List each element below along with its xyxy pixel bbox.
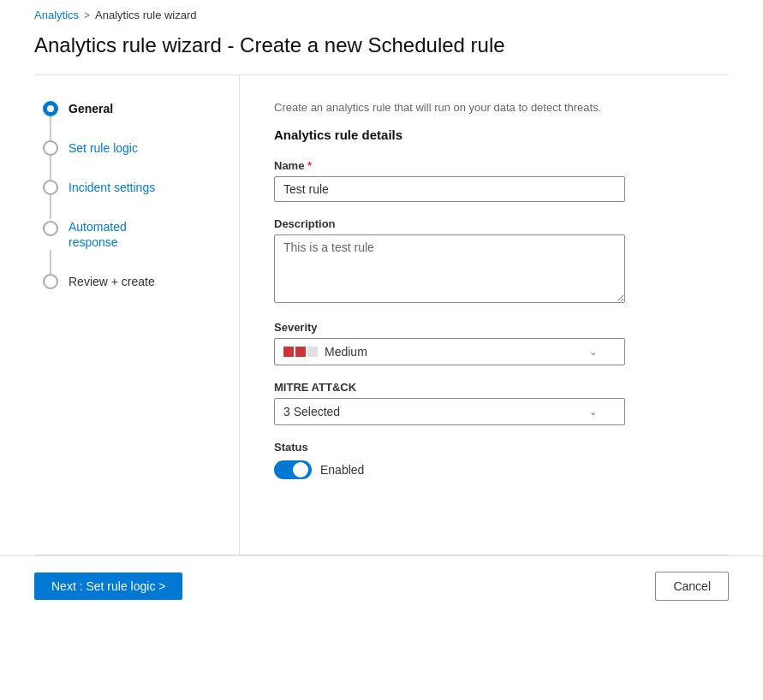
severity-block-2: [295, 347, 306, 357]
status-field-group: Status Enabled: [274, 441, 703, 479]
name-label: Name *: [274, 159, 703, 172]
severity-label: Severity: [274, 321, 703, 334]
page-title: Analytics rule wizard - Create a new Sch…: [0, 27, 763, 74]
step-incident-settings: Incident settings: [43, 180, 222, 219]
description-label: Description: [274, 217, 703, 230]
severity-chevron-icon: ⌄: [589, 347, 597, 358]
mitre-value: 3 Selected: [283, 405, 340, 418]
step-general-circle: [43, 101, 58, 116]
severity-dropdown-wrapper: Medium ⌄: [274, 338, 625, 365]
severity-block-3: [307, 347, 318, 357]
step-line-3: [50, 195, 51, 219]
mitre-label: MITRE ATT&CK: [274, 381, 703, 394]
breadcrumb: Analytics > Analytics rule wizard: [0, 0, 763, 27]
description-input[interactable]: This is a test rule: [274, 234, 625, 303]
step-automated-response: Automatedresponse: [43, 219, 222, 274]
step-review-create: Review + create: [43, 274, 222, 289]
breadcrumb-separator: >: [84, 9, 90, 21]
step-review-create-label: Review + create: [69, 275, 155, 289]
step-automated-response-circle: [43, 221, 58, 236]
steps-panel: General Set rule logic Incident settings: [34, 75, 240, 555]
action-bar: Next : Set rule logic > Cancel: [0, 555, 763, 616]
step-incident-settings-label[interactable]: Incident settings: [69, 181, 155, 195]
mitre-dropdown[interactable]: 3 Selected ⌄: [274, 398, 625, 425]
wizard-container: General Set rule logic Incident settings: [34, 75, 729, 555]
step-general-label: General: [69, 102, 113, 116]
status-toggle-container: Enabled: [274, 460, 703, 479]
step-set-rule-logic-circle: [43, 140, 58, 156]
step-line-2: [50, 156, 51, 180]
status-toggle[interactable]: [274, 460, 312, 479]
breadcrumb-current: Analytics rule wizard: [95, 9, 197, 21]
step-general: General: [43, 101, 222, 140]
step-line-4: [50, 250, 51, 274]
step-set-rule-logic: Set rule logic: [43, 140, 222, 180]
severity-field-group: Severity Medium ⌄: [274, 321, 703, 365]
intro-text: Create an analytics rule that will run o…: [274, 101, 703, 114]
name-field-group: Name *: [274, 159, 703, 202]
next-button[interactable]: Next : Set rule logic >: [34, 572, 182, 600]
mitre-dropdown-wrapper: 3 Selected ⌄: [274, 398, 625, 425]
name-input[interactable]: [274, 176, 625, 202]
severity-value: Medium: [325, 345, 367, 359]
mitre-field-group: MITRE ATT&CK 3 Selected ⌄: [274, 381, 703, 425]
mitre-chevron-icon: ⌄: [589, 406, 597, 418]
step-incident-settings-circle: [43, 180, 58, 195]
content-panel: Create an analytics rule that will run o…: [240, 75, 729, 555]
step-review-create-circle: [43, 274, 58, 289]
step-line-1: [50, 116, 51, 140]
toggle-slider: [274, 460, 312, 479]
step-set-rule-logic-label[interactable]: Set rule logic: [69, 141, 138, 156]
breadcrumb-analytics[interactable]: Analytics: [34, 9, 79, 21]
severity-dropdown[interactable]: Medium ⌄: [274, 338, 625, 365]
severity-block-1: [283, 347, 294, 357]
status-label: Status: [274, 441, 703, 454]
status-value: Enabled: [320, 463, 364, 477]
section-title: Analytics rule details: [274, 128, 703, 142]
severity-indicator: [283, 347, 318, 357]
left-buttons: Next : Set rule logic >: [34, 572, 182, 600]
cancel-button[interactable]: Cancel: [655, 572, 729, 601]
description-field-group: Description This is a test rule: [274, 217, 703, 306]
step-automated-response-label[interactable]: Automatedresponse: [69, 219, 127, 250]
